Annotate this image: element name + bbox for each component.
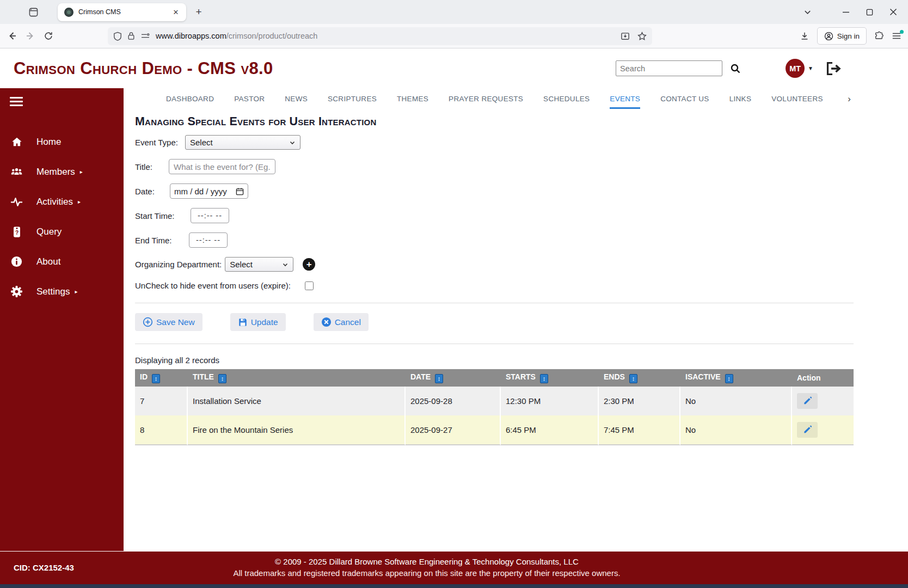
cell-ends: 7:45 PM <box>599 415 680 445</box>
event-type-select[interactable]: Select <box>185 135 300 150</box>
col-header-id: ID↕ <box>135 369 188 387</box>
sign-in-label: Sign in <box>837 32 860 40</box>
lock-icon[interactable] <box>127 32 135 40</box>
add-department-button[interactable]: + <box>303 258 315 271</box>
sidebar-hamburger-icon[interactable] <box>10 95 23 108</box>
tab-links[interactable]: LINKS <box>729 95 752 109</box>
sort-icon[interactable]: ↕ <box>725 374 733 383</box>
sidebar: Home Members ▸ Activities ▸ ? Query Abou… <box>0 88 124 551</box>
downloads-icon[interactable] <box>800 31 809 41</box>
tab-news[interactable]: NEWS <box>285 95 308 109</box>
browser-tab[interactable]: Crimson CMS ✕ <box>58 3 186 21</box>
search-input[interactable] <box>616 60 722 76</box>
col-label: DATE <box>410 372 431 381</box>
url-bar[interactable]: www.dibroapps.com/crimson/product/outrea… <box>108 27 652 45</box>
window-close-button[interactable] <box>889 8 897 16</box>
col-header-action: Action <box>792 369 854 387</box>
end-time-input[interactable]: --:-- -- <box>189 232 228 248</box>
sidebar-item-label: Home <box>36 137 61 148</box>
browser-toolbar: www.dibroapps.com/crimson/product/outrea… <box>0 24 908 48</box>
forward-button[interactable] <box>25 30 36 41</box>
nav-overflow-chevron-icon[interactable]: › <box>848 94 851 109</box>
save-page-icon[interactable] <box>621 32 630 41</box>
update-button[interactable]: Update <box>230 313 286 331</box>
sort-icon[interactable]: ↕ <box>218 374 226 383</box>
sort-icon[interactable]: ↕ <box>629 374 637 383</box>
save-new-button[interactable]: Save New <box>135 313 203 331</box>
sidebar-item-label: Query <box>36 226 62 237</box>
firefox-view-icon[interactable] <box>25 4 41 20</box>
col-label: STARTS <box>506 372 536 381</box>
expire-checkbox[interactable] <box>305 281 314 290</box>
sidebar-item-about[interactable]: About <box>0 247 124 277</box>
edit-row-button[interactable] <box>797 422 818 438</box>
date-label: Date: <box>135 187 170 196</box>
avatar-chevron-down-icon[interactable]: ▼ <box>808 65 813 71</box>
sidebar-item-home[interactable]: Home <box>0 127 124 157</box>
tab-dashboard[interactable]: DASHBOARD <box>166 95 214 109</box>
date-input[interactable]: mm / dd / yyyy <box>170 183 248 199</box>
cell-date: 2025-09-28 <box>406 387 501 415</box>
sign-in-button[interactable]: Sign in <box>817 27 867 45</box>
tab-pastor[interactable]: PASTOR <box>234 95 265 109</box>
footer: CID: CX2152-43 © 2009 - 2025 Dillard Bro… <box>0 552 908 588</box>
start-time-label: Start Time: <box>135 211 191 220</box>
search-icon[interactable] <box>730 63 741 74</box>
date-value: mm / dd / yyyy <box>174 187 227 196</box>
bookmark-star-icon[interactable] <box>637 32 647 41</box>
update-label: Update <box>251 317 278 327</box>
tab-contact-us[interactable]: CONTACT US <box>660 95 709 109</box>
window-minimize-button[interactable] <box>842 8 850 16</box>
cancel-button[interactable]: Cancel <box>314 313 369 331</box>
calendar-icon[interactable] <box>236 187 244 195</box>
home-icon <box>10 136 23 148</box>
save-new-label: Save New <box>156 317 195 327</box>
sidebar-item-activities[interactable]: Activities ▸ <box>0 187 124 217</box>
submenu-caret: ▸ <box>78 199 81 205</box>
extensions-puzzle-icon[interactable] <box>874 31 884 41</box>
sidebar-item-label: Settings <box>36 286 70 297</box>
account-icon <box>824 32 833 41</box>
tab-schedules[interactable]: SCHEDULES <box>543 95 590 109</box>
sort-icon[interactable]: ↕ <box>435 374 443 383</box>
url-text: www.dibroapps.com/crimson/product/outrea… <box>156 32 621 40</box>
tab-close-icon[interactable]: ✕ <box>170 6 182 18</box>
start-time-input[interactable]: --:-- -- <box>191 208 229 223</box>
sidebar-item-members[interactable]: Members ▸ <box>0 157 124 187</box>
window-maximize-button[interactable] <box>866 9 873 16</box>
tab-themes[interactable]: THEMES <box>397 95 428 109</box>
sidebar-item-settings[interactable]: Settings ▸ <box>0 277 124 307</box>
new-tab-button[interactable]: + <box>191 4 207 20</box>
main-content: Managing Special Events for User Interac… <box>124 109 908 551</box>
tab-volunteers[interactable]: VOLUNTEERS <box>771 95 823 109</box>
edit-row-button[interactable] <box>797 393 818 409</box>
col-header-isactive: ISACTIVE↕ <box>680 369 792 387</box>
col-header-ends: ENDS↕ <box>599 369 680 387</box>
org-dept-select[interactable]: Select <box>225 257 293 272</box>
tab-scriptures[interactable]: SCRIPTURES <box>328 95 377 109</box>
close-circle-icon <box>321 317 332 327</box>
event-type-label: Event Type: <box>135 138 185 147</box>
tab-prayer-requests[interactable]: PRAYER REQUESTS <box>449 95 523 109</box>
col-header-starts: STARTS↕ <box>501 369 599 387</box>
sidebar-item-query[interactable]: ? Query <box>0 217 124 247</box>
tab-events[interactable]: EVENTS <box>610 95 640 109</box>
back-button[interactable] <box>7 30 17 41</box>
svg-text:?: ? <box>15 230 18 236</box>
events-table: ID↕ TITLE↕ DATE↕ STARTS↕ ENDS↕ ISACTIVE↕… <box>135 369 854 445</box>
sidebar-item-label: About <box>36 256 60 267</box>
sort-icon[interactable]: ↕ <box>152 374 160 383</box>
logout-icon[interactable] <box>825 62 842 76</box>
gear-icon <box>10 285 23 298</box>
cell-starts: 12:30 PM <box>501 387 599 415</box>
cell-ends: 2:30 PM <box>599 387 680 415</box>
col-label: Action <box>797 373 821 382</box>
tracking-shield-icon[interactable] <box>113 32 122 41</box>
permissions-icon[interactable] <box>140 32 150 40</box>
menu-icon[interactable] <box>892 32 901 40</box>
reload-button[interactable] <box>44 31 53 41</box>
title-input[interactable] <box>169 159 275 174</box>
tab-list-chevron-icon[interactable] <box>803 8 812 16</box>
sort-icon[interactable]: ↕ <box>540 374 548 383</box>
avatar[interactable]: MT <box>786 59 805 78</box>
